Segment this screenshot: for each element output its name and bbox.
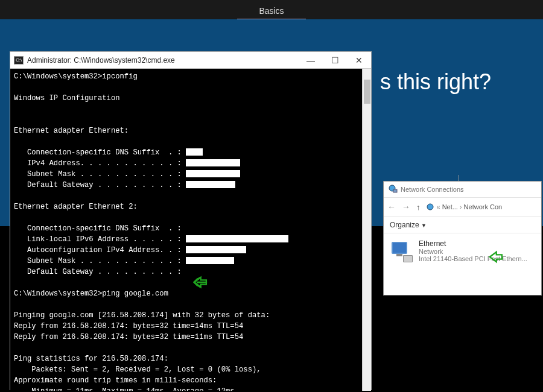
organize-menu[interactable]: Organize ▼ xyxy=(390,221,427,229)
minimize-button[interactable]: — xyxy=(299,52,323,68)
top-bar: Basics xyxy=(0,0,543,19)
cmd-titlebar[interactable]: C:\ Administrator: C:\Windows\system32\c… xyxy=(10,52,371,69)
adapter-status: Network xyxy=(419,248,527,255)
cmd-output[interactable]: C:\Windows\system32>ipconfig Windows IP … xyxy=(10,69,371,391)
chevron-down-icon: ▼ xyxy=(421,223,427,229)
nc-title-text: Network Connections xyxy=(401,186,464,193)
nc-toolbar: Organize ▼ xyxy=(384,217,541,233)
tab-basics[interactable]: Basics xyxy=(237,2,305,19)
breadcrumb-item[interactable]: Net... xyxy=(442,203,458,210)
breadcrumb-icon xyxy=(425,202,435,212)
nc-titlebar[interactable]: Network Connections xyxy=(384,182,541,197)
list-item[interactable]: Ethernet Network Intel 21140-Based PCI F… xyxy=(419,239,527,262)
cmd-title-text: Administrator: C:\Windows\system32\cmd.e… xyxy=(27,56,299,65)
cmd-icon: C:\ xyxy=(14,56,24,65)
network-connections-window: Network Connections ← → ↑ « Net... › Net… xyxy=(383,181,542,296)
adapter-name: Ethernet xyxy=(419,239,527,248)
nav-forward-icon[interactable]: → xyxy=(401,202,411,212)
nav-back-icon[interactable]: ← xyxy=(386,202,397,212)
scroll-thumb[interactable] xyxy=(364,80,370,104)
breadcrumb-item[interactable]: Network Con xyxy=(464,203,503,210)
breadcrumb[interactable]: « Net... › Network Con xyxy=(425,202,503,212)
nc-items-area[interactable]: Ethernet Network Intel 21140-Based PCI F… xyxy=(384,233,541,268)
nav-up-icon[interactable]: ↑ xyxy=(415,203,422,212)
svg-rect-1 xyxy=(393,189,397,192)
setup-heading: s this right? xyxy=(380,69,491,95)
cmd-window: C:\ Administrator: C:\Windows\system32\c… xyxy=(10,51,372,390)
ethernet-adapter-icon xyxy=(389,239,413,262)
panel-separator xyxy=(459,175,459,181)
network-globe-icon xyxy=(389,185,398,194)
close-button[interactable]: ✕ xyxy=(347,52,371,68)
scrollbar[interactable]: ˆ xyxy=(362,69,371,391)
maximize-button[interactable]: ☐ xyxy=(323,52,347,68)
adapter-detail: Intel 21140-Based PCI Fast Ethern... xyxy=(419,255,527,262)
nc-nav-bar: ← → ↑ « Net... › Network Con xyxy=(384,197,541,217)
svg-point-2 xyxy=(427,204,433,210)
